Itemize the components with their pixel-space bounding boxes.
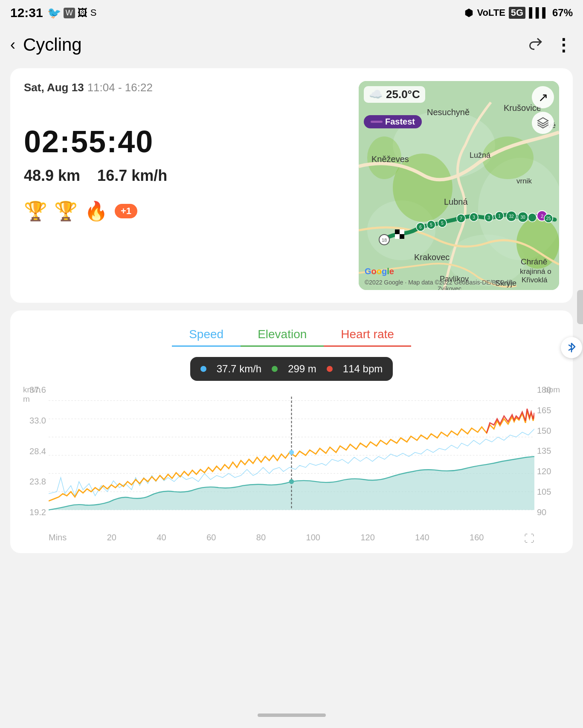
svg-text:2: 2 [541,214,543,219]
activity-card: Sat, Aug 13 11:04 - 16:22 02:55:40 48.9 … [10,68,573,303]
svg-text:Lubná: Lubná [444,197,468,206]
samsung-icon: S [90,7,97,18]
chart-container[interactable]: km/h m 37.6 33.0 28.4 23.8 19.2 bpm 180 … [23,385,560,530]
wear-icon: W [64,8,75,18]
svg-point-34 [528,213,537,222]
scroll-handle[interactable] [577,290,583,324]
signal-icon: VoLTE [477,7,505,18]
app-header: ‹ Cycling ⋮ [0,26,583,64]
map-google-logo: Google [365,267,394,276]
back-button[interactable]: ‹ [10,36,15,54]
svg-text:1: 1 [498,214,501,218]
svg-text:18: 18 [382,238,387,243]
x-axis: Mins 20 40 60 80 100 120 140 160 ⛶ [23,530,560,545]
svg-text:32: 32 [509,214,514,219]
svg-text:Nesuchyně: Nesuchyně [427,107,470,117]
chart-tabs: Speed Elevation Heart rate [23,323,560,347]
more-options-button[interactable]: ⋮ [555,35,573,55]
svg-text:6: 6 [419,225,422,229]
activity-distance: 48.9 km [24,167,80,185]
svg-text:25: 25 [546,216,551,221]
svg-point-60 [289,450,294,455]
twitter-icon: 🐦 [47,6,61,20]
map-layers-button[interactable] [532,112,554,134]
svg-point-59 [289,479,294,484]
map-fastest-tag: Fastest [364,115,422,128]
svg-point-5 [393,154,452,222]
heartrate-dot [327,366,333,372]
header-left: ‹ Cycling [10,35,82,55]
svg-text:7: 7 [460,216,462,221]
svg-text:Zvíkovec: Zvíkovec [438,285,461,290]
y-unit-left-kmh: km/h m [23,385,49,404]
chart-expand-icon[interactable]: ⛶ [524,533,534,545]
battery-icon: 67% [552,7,573,19]
tab-heartrate[interactable]: Heart rate [324,323,411,347]
header-right: ⋮ [528,35,573,55]
tooltip-elevation: 299 m [288,363,316,375]
svg-text:5: 5 [430,223,432,227]
activity-duration: 02:55:40 [24,124,350,159]
share-button[interactable] [528,35,543,55]
trophy-row: 🏆 🏆 🔥 +1 [24,200,350,222]
trophy-1: 🏆 [24,200,47,222]
y-axis-left: km/h m 37.6 33.0 28.4 23.8 19.2 [23,385,49,517]
tooltip-heartrate: 114 bpm [343,363,383,375]
svg-text:3: 3 [473,215,475,220]
activity-stats: 48.9 km 16.7 km/h [24,167,350,185]
svg-text:Křivoklá: Křivoklá [522,276,548,284]
tab-speed[interactable]: Speed [172,323,241,347]
svg-text:krajinná o: krajinná o [520,267,551,276]
tooltip-speed: 37.7 km/h [217,363,261,375]
activity-speed: 16.7 km/h [97,167,167,185]
activity-map[interactable]: 18 2 6 5 5 7 3 3 1 32 30 [359,81,559,290]
status-right: ⬢ VoLTE 5G ▌▌▌ 67% [464,7,573,19]
activity-info: Sat, Aug 13 11:04 - 16:22 02:55:40 48.9 … [24,81,359,290]
chart-card: Speed Elevation Heart rate 37.7 km/h 299… [10,310,573,553]
map-copyright: ©2022 Google · Map data ©2022 GeoBasis-D… [365,279,513,286]
svg-text:30: 30 [520,215,525,220]
activity-date: Sat, Aug 13 [24,81,84,94]
status-icons: 🐦 W 🖼 S [47,6,97,20]
elevation-dot [272,366,278,372]
bottom-bar [0,702,583,728]
activity-time-range: 11:04 - 16:22 [87,81,153,94]
x-label-mins: Mins [49,533,67,545]
status-left: 12:31 🐦 W 🖼 S [10,6,96,20]
speed-dot [200,366,206,372]
svg-text:Kněževes: Kněževes [371,154,409,164]
bluetooth-status-icon: ⬢ [464,7,473,19]
svg-text:3: 3 [487,215,490,220]
network-icon: 5G [509,7,525,19]
svg-text:Chráně: Chráně [521,257,547,266]
status-bar: 12:31 🐦 W 🖼 S ⬢ VoLTE 5G ▌▌▌ 67% [0,0,583,26]
y-axis-right: bpm 180 165 150 135 120 105 90 [534,385,560,517]
chart-tooltip: 37.7 km/h 299 m 114 bpm [190,357,393,381]
trophy-3: 🔥 [84,200,108,222]
svg-text:Krakovec: Krakovec [414,252,450,262]
y-unit-right-bpm: bpm [544,385,560,394]
svg-text:vrnik: vrnik [516,177,532,185]
map-expand-button[interactable]: ↗ [532,86,554,108]
bluetooth-panel-icon[interactable] [561,337,582,358]
gallery-icon: 🖼 [78,7,88,19]
svg-text:Lužná: Lužná [470,151,491,160]
tab-elevation[interactable]: Elevation [241,323,324,347]
status-time: 12:31 [10,6,43,20]
trophy-plus[interactable]: +1 [115,204,137,218]
map-temperature: ☁️ 25.0°C [364,86,425,103]
svg-rect-14 [395,229,400,234]
svg-text:5: 5 [441,221,444,226]
signal-bars-icon: ▌▌▌ [529,7,549,18]
page-title: Cycling [23,35,82,55]
svg-rect-15 [400,234,404,239]
home-indicator[interactable] [258,713,326,717]
trophy-2: 🏆 [54,200,78,222]
